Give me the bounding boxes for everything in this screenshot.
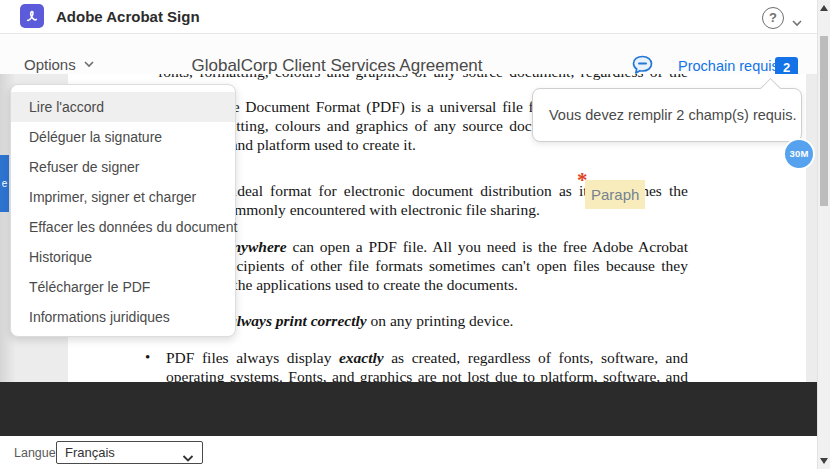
required-fields-tooltip: Vous devez remplir 2 champ(s) requis. [532, 88, 802, 142]
top-header: Adobe Acrobat Sign ? [0, 0, 817, 34]
menu-item[interactable]: Informations juridiques [11, 302, 235, 332]
language-label: Langue [14, 436, 56, 469]
menu-item[interactable]: Imprimer, signer et charger [11, 182, 235, 212]
tooltip-text: Vous devez remplir 2 champ(s) requis. [549, 89, 796, 141]
select-chevron-down-icon [182, 449, 194, 467]
clipped-top-text-line: fonts, formatting, colours and graphics … [158, 74, 688, 81]
app-title: Adobe Acrobat Sign [56, 0, 200, 33]
document-bullet-item: •PDF files always print correctly on any… [166, 311, 688, 330]
menu-item[interactable]: Historique [11, 242, 235, 272]
document-bullet-item: •Anyone, anywhere can open a PDF file. A… [166, 237, 688, 294]
scroll-down-icon[interactable] [820, 458, 828, 464]
options-label: Options [24, 56, 76, 73]
document-title: GlobalCorp Client Services Agreement [191, 56, 482, 76]
document-bullet-item: •PDF files always display exactly as cre… [166, 348, 688, 386]
language-selected-value: Français [65, 442, 115, 463]
vertical-scrollbar[interactable] [817, 0, 830, 469]
help-chevron-down-icon[interactable] [791, 13, 803, 31]
menu-item[interactable]: Télécharger le PDF [11, 272, 235, 302]
menu-item[interactable]: Déléguer la signature [11, 122, 235, 152]
menu-item[interactable]: Lire l'accord [11, 92, 235, 122]
initials-input-field[interactable]: Paraph [585, 180, 645, 209]
acrobat-sign-window: Adobe Acrobat Sign ? Options GlobalCorp … [0, 0, 830, 469]
language-footer: Langue Français [0, 436, 817, 469]
options-dropdown: Lire l'accordDéléguer la signatureRefuse… [10, 84, 236, 337]
help-icon[interactable]: ? [762, 7, 784, 29]
next-field-tab[interactable]: e [0, 155, 9, 212]
menu-item[interactable]: Effacer les données du document [11, 212, 235, 242]
scrollbar-thumb[interactable] [820, 36, 828, 206]
next-field-tab-label: e [2, 178, 8, 189]
document-text-line: don't have the applications used to crea… [166, 275, 688, 294]
required-asterisk: * [577, 170, 588, 190]
chevron-down-icon [83, 60, 95, 68]
acrobat-sign-logo-icon [20, 4, 44, 28]
pdf-toolbar: 1 / 1 [0, 382, 817, 436]
bullet-marker: • [145, 348, 150, 367]
document-text-line: PDF files always display exactly as crea… [166, 348, 688, 367]
scroll-up-icon[interactable] [820, 5, 828, 11]
participant-avatar[interactable]: 30M [785, 140, 813, 168]
options-menu-button[interactable]: Options [24, 54, 95, 74]
document-text-line: Reader. Recipients of other file formats… [166, 256, 688, 275]
next-required-link[interactable]: Prochain requis [678, 58, 779, 74]
document-text-line: PDF files always print correctly on any … [166, 311, 688, 330]
language-select[interactable]: Français [56, 441, 203, 464]
menu-item[interactable]: Refuser de signer [11, 152, 235, 182]
document-text-line: Anyone, anywhere can open a PDF file. Al… [166, 237, 688, 256]
